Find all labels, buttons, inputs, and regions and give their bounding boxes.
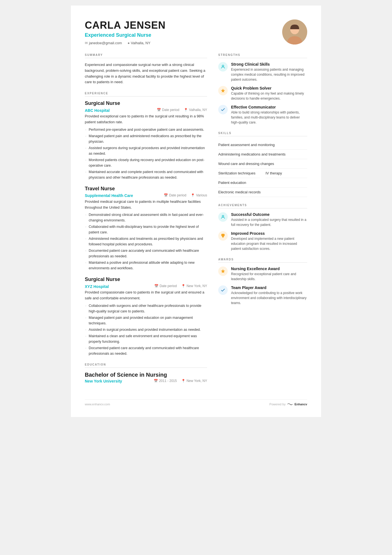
email-contact: ✉ janedoe@gmail.com <box>85 41 122 45</box>
skill-6: Electronic medical records <box>218 188 307 197</box>
bullet: Assisted in surgical procedures and prov… <box>85 327 207 332</box>
strength-3-name: Effective Communicator <box>231 105 307 109</box>
job-2-bullets: Demonstrated strong clinical and assessm… <box>85 212 207 271</box>
job-1: Surgical Nurse ABC Hospital 📅 Date perio… <box>85 100 207 180</box>
job-1-bullets: Performed pre-operative and post-operati… <box>85 127 207 180</box>
education-dates: 📅 2011 - 2015 <box>154 379 177 383</box>
email-icon: ✉ <box>85 41 88 45</box>
job-2-meta: 📅 Date period 📍 Various <box>164 193 207 197</box>
svg-marker-6 <box>221 89 225 93</box>
job-1-desc: Provided exceptional care to patients in… <box>85 114 207 125</box>
strength-2-desc: Capable of thinking on my feet and makin… <box>231 91 307 101</box>
job-3: Surgical Nurse XYZ Hospital 📅 Date perio… <box>85 277 207 356</box>
bullet: Documented patient care accurately and c… <box>85 345 207 356</box>
strength-1-icon <box>218 62 228 71</box>
achievement-1-name: Successful Outcome <box>231 212 307 217</box>
header-section: CARLA JENSEN Experienced Surgical Nurse … <box>85 19 307 45</box>
calendar-icon: 📅 <box>164 193 168 197</box>
body-columns: SUMMARY Experienced and compassionate su… <box>85 53 307 391</box>
job-3-employer-row: XYZ Hospital 📅 Date period 📍 New York, N… <box>85 283 207 290</box>
education-degree: Bachelor of Science in Nursing <box>85 372 207 378</box>
bullet: Maintained a positive and professional a… <box>85 260 207 271</box>
bullet: Managed patient pain and administered me… <box>85 133 207 144</box>
strength-2: Quick Problem Solver Capable of thinking… <box>218 86 307 101</box>
skills-section: SKILLS Patient assessment and monitoring… <box>218 132 307 197</box>
achievements-label: ACHIEVEMENTS <box>218 204 307 208</box>
award-2-content: Team Player Award Acknowledged for contr… <box>231 285 307 305</box>
svg-point-5 <box>222 65 224 67</box>
award-2-desc: Acknowledged for contributing to a posit… <box>231 290 307 305</box>
job-2-employer-row: Supplemental Health Care 📅 Date period 📍… <box>85 193 207 199</box>
award-1-name: Nursing Excellence Award <box>231 267 307 271</box>
footer-powered: Powered by Enhancv <box>269 403 307 406</box>
enhancv-logo-icon <box>287 403 293 406</box>
skills-label: SKILLS <box>218 132 307 136</box>
candidate-title: Experienced Surgical Nurse <box>85 32 166 38</box>
job-3-employer: XYZ Hospital <box>85 284 109 289</box>
calendar-icon: 📅 <box>154 379 158 383</box>
summary-label: SUMMARY <box>85 53 207 58</box>
achievement-1-content: Successful Outcome Assisted in a complic… <box>231 212 307 227</box>
achievement-2-desc: Developed and implemented a new patient … <box>231 236 307 251</box>
award-1-desc: Recognized for exceptional patient care … <box>231 272 307 282</box>
bullet: Maintained accurate and complete patient… <box>85 169 207 180</box>
skill-2: Administering medications and treatments <box>218 150 307 159</box>
bullet: Demonstrated strong clinical and assessm… <box>85 212 207 223</box>
bullet: Administered medications and treatments … <box>85 236 207 247</box>
award-2: Team Player Award Acknowledged for contr… <box>218 285 307 305</box>
job-1-date: 📅 Date period <box>157 108 179 112</box>
job-1-title: Surgical Nurse <box>85 100 207 106</box>
bullet: Performed pre-operative and post-operati… <box>85 127 207 132</box>
candidate-name: CARLA JENSEN <box>85 19 166 31</box>
job-3-desc: Provided compassionate care to patients … <box>85 290 207 301</box>
bullet: Collaborated with surgeons and other hea… <box>85 303 207 314</box>
strength-2-content: Quick Problem Solver Capable of thinking… <box>231 86 307 101</box>
achievement-2-icon <box>218 231 228 241</box>
job-3-bullets: Collaborated with surgeons and other hea… <box>85 303 207 356</box>
powered-by-text: Powered by <box>269 403 286 406</box>
strength-2-name: Quick Problem Solver <box>231 86 307 90</box>
experience-section: EXPERIENCE Surgical Nurse ABC Hospital 📅… <box>85 92 207 356</box>
bullet: Managed patient pain and provided educat… <box>85 315 207 326</box>
pin-icon: 📍 <box>184 108 188 112</box>
strength-1-content: Strong Clinical Skills Experienced in as… <box>231 62 307 82</box>
achievement-1-icon <box>218 212 228 222</box>
award-2-icon <box>218 285 228 295</box>
svg-point-7 <box>222 215 224 217</box>
achievement-1-desc: Assisted in a complicated surgery that r… <box>231 217 307 227</box>
location-icon: ● <box>128 41 130 45</box>
bullet: Documented patient care accurately and c… <box>85 248 207 259</box>
svg-marker-8 <box>221 269 225 273</box>
education-school: New York University <box>85 379 122 383</box>
avatar <box>282 19 307 45</box>
bullet: Maintained a clean and safe environment … <box>85 333 207 344</box>
awards-label: AWARDS <box>218 258 307 263</box>
strengths-section: STRENGTHS Strong Clinical Skills Experie… <box>218 53 307 125</box>
achievement-2-content: Improved Process Developed and implement… <box>231 231 307 251</box>
job-3-title: Surgical Nurse <box>85 277 207 282</box>
education-label: EDUCATION <box>85 363 207 368</box>
skill-3: Wound care and dressing changes <box>218 159 307 169</box>
footer-url: www.enhancv.com <box>85 403 110 406</box>
skill-5: Patient education <box>218 178 307 188</box>
award-1-content: Nursing Excellence Award Recognized for … <box>231 267 307 282</box>
job-1-employer-row: ABC Hospital 📅 Date period 📍 Valhalla, N… <box>85 107 207 114</box>
strength-3: Effective Communicator Able to build str… <box>218 105 307 125</box>
strength-2-icon <box>218 86 228 95</box>
header-left: CARLA JENSEN Experienced Surgical Nurse … <box>85 19 166 45</box>
job-1-employer: ABC Hospital <box>85 108 110 113</box>
strength-3-desc: Able to build strong relationships with … <box>231 110 307 125</box>
education-location: 📍 New York, NY <box>181 379 207 383</box>
strength-1-desc: Experienced in assessing patients and ma… <box>231 67 307 82</box>
bullet: Collaborated with multi-disciplinary tea… <box>85 224 207 235</box>
job-2: Travel Nurse Supplemental Health Care 📅 … <box>85 186 207 271</box>
skill-4b: IV therapy <box>266 169 307 178</box>
strength-1-name: Strong Clinical Skills <box>231 62 307 66</box>
right-column: STRENGTHS Strong Clinical Skills Experie… <box>218 53 307 391</box>
award-1-icon <box>218 267 228 276</box>
summary-section: SUMMARY Experienced and compassionate su… <box>85 53 207 85</box>
achievement-2: Improved Process Developed and implement… <box>218 231 307 251</box>
achievement-1: Successful Outcome Assisted in a complic… <box>218 212 307 227</box>
footer: www.enhancv.com Powered by Enhancv <box>85 399 307 406</box>
job-1-location: 📍 Valhalla, NY <box>184 108 207 112</box>
